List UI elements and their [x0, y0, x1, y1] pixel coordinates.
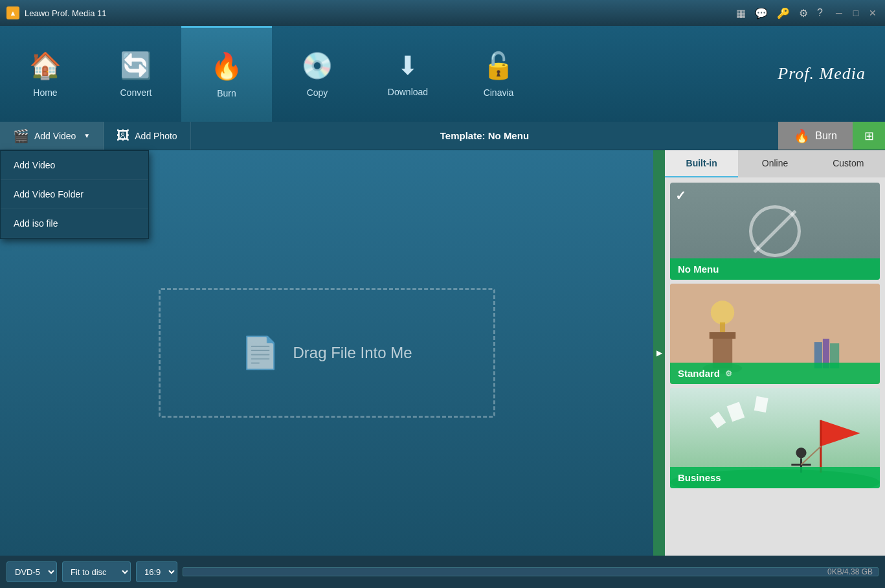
disc-type-select[interactable]: DVD-5 DVD-9 BD-25 BD-50 [6, 561, 57, 582]
disc-type-selector: DVD-5 DVD-9 BD-25 BD-50 [6, 561, 57, 582]
close-button[interactable]: ✕ [867, 7, 879, 19]
tab-online[interactable]: Online [738, 150, 811, 177]
template-card-business[interactable]: Business [670, 388, 880, 488]
nav-bar: 🏠 Home 🔄 Convert 🔥 Burn 💿 Copy ⬇ Downloa… [0, 26, 885, 122]
add-photo-label: Add Photo [135, 131, 177, 141]
convert-icon: 🔄 [120, 51, 152, 81]
nav-label-copy: Copy [307, 87, 328, 98]
dropdown-item-add-video-folder[interactable]: Add Video Folder [1, 180, 148, 209]
add-video-label: Add Video [34, 131, 76, 141]
selected-check-icon: ✓ [675, 188, 686, 203]
dropdown-item-add-video[interactable]: Add Video [1, 151, 148, 180]
app-logo: Prof. Media [544, 26, 885, 122]
tab-built-in[interactable]: Built-in [665, 150, 738, 177]
burn-nav-icon: 🔥 [794, 128, 810, 144]
add-video-dropdown: Add Video Add Video Folder Add iso file [0, 150, 149, 239]
nav-label-home: Home [33, 87, 57, 98]
template-list: ✓ No Menu [665, 177, 885, 556]
tab-custom[interactable]: Custom [812, 150, 885, 177]
drag-drop-area[interactable]: 📄 Drag File Into Me [159, 288, 495, 418]
download-icon: ⬇ [397, 51, 419, 80]
home-icon: 🏠 [29, 51, 62, 81]
nav-label-cinavia: Cinavia [484, 87, 514, 98]
app-title: Leawo Prof. Media 11 [25, 8, 736, 18]
drag-file-icon: 📄 [241, 335, 280, 371]
grid-view-button[interactable]: ⊞ [853, 122, 885, 150]
system-icons-group: ▦ 💬 🔑 ⚙ ? [736, 7, 823, 19]
nav-label-burn: Burn [217, 88, 236, 98]
logo-text: Prof. Media [778, 64, 866, 84]
nav-item-cinavia[interactable]: 🔓 Cinavia [453, 26, 544, 122]
maximize-button[interactable]: □ [850, 7, 862, 19]
key-icon[interactable]: 🔑 [777, 7, 790, 19]
copy-icon: 💿 [301, 51, 333, 81]
right-panel: Built-in Online Custom ✓ No Menu [665, 150, 885, 556]
template-card-standard-label: Standard ⚙ [670, 363, 880, 384]
burn-button[interactable]: 🔥 Burn [778, 122, 853, 150]
svg-point-7 [711, 300, 734, 324]
nav-item-convert[interactable]: 🔄 Convert [91, 26, 181, 122]
panel-collapse-handle[interactable]: ▶ [653, 150, 665, 556]
template-label: Template: No Menu [191, 122, 779, 150]
svg-rect-3 [710, 332, 736, 339]
grid-icon: ⊞ [864, 129, 874, 143]
burn-button-label: Burn [815, 130, 837, 142]
chat-icon[interactable]: 💬 [755, 7, 768, 19]
drag-text: Drag File Into Me [293, 344, 412, 362]
standard-label-text: Standard [678, 368, 720, 379]
aspect-ratio-select[interactable]: 16:9 4:3 [136, 561, 177, 582]
nav-item-download[interactable]: ⬇ Download [363, 26, 453, 122]
aspect-ratio-selector: 16:9 4:3 [136, 561, 177, 582]
fit-mode-select[interactable]: Fit to disc High quality Custom [62, 561, 131, 582]
storage-progress-bar: 0KB/4.38 GB [183, 567, 879, 576]
app-icon: ▲ [6, 6, 19, 19]
help-icon[interactable]: ? [817, 7, 823, 19]
add-video-button[interactable]: 🎬 Add Video ▼ [0, 122, 104, 150]
nav-label-download: Download [388, 87, 428, 97]
panel-tabs: Built-in Online Custom [665, 150, 885, 177]
standard-toggle-icon: ⚙ [725, 369, 732, 378]
template-card-business-label: Business [670, 467, 880, 488]
burn-icon: 🔥 [210, 51, 243, 82]
settings-icon[interactable]: ⚙ [799, 7, 808, 19]
nav-item-home[interactable]: 🏠 Home [0, 26, 91, 122]
svg-rect-18 [754, 396, 768, 413]
storage-usage-text: 0KB/4.38 GB [188, 567, 873, 576]
svg-point-11 [796, 447, 806, 458]
add-photo-button[interactable]: 🖼 Add Photo [104, 122, 190, 150]
bottom-bar: DVD-5 DVD-9 BD-25 BD-50 Fit to disc High… [0, 556, 885, 588]
template-card-standard[interactable]: Standard ⚙ [670, 284, 880, 384]
template-card-no-menu[interactable]: ✓ No Menu [670, 183, 880, 280]
cinavia-icon: 🔓 [482, 51, 515, 81]
nav-item-burn[interactable]: 🔥 Burn [181, 26, 272, 122]
template-card-no-menu-label: No Menu [670, 258, 880, 280]
add-photo-icon: 🖼 [117, 128, 129, 143]
add-video-icon: 🎬 [13, 128, 29, 144]
fit-mode-selector: Fit to disc High quality Custom [62, 561, 131, 582]
minimize-button[interactable]: ─ [833, 7, 845, 19]
title-bar: ▲ Leawo Prof. Media 11 ▦ 💬 🔑 ⚙ ? ─ □ ✕ [0, 0, 885, 26]
nav-item-copy[interactable]: 💿 Copy [272, 26, 363, 122]
dropdown-item-add-iso-file[interactable]: Add iso file [1, 209, 148, 238]
toolbar: 🎬 Add Video ▼ 🖼 Add Photo Template: No M… [0, 122, 885, 150]
chevron-right-icon: ▶ [656, 348, 662, 357]
add-video-chevron-icon: ▼ [84, 132, 90, 139]
window-controls: ─ □ ✕ [833, 7, 879, 19]
svg-rect-8 [720, 322, 725, 332]
hardware-icon[interactable]: ▦ [736, 7, 746, 19]
no-menu-graphic [749, 205, 801, 257]
nav-label-convert: Convert [120, 87, 151, 98]
